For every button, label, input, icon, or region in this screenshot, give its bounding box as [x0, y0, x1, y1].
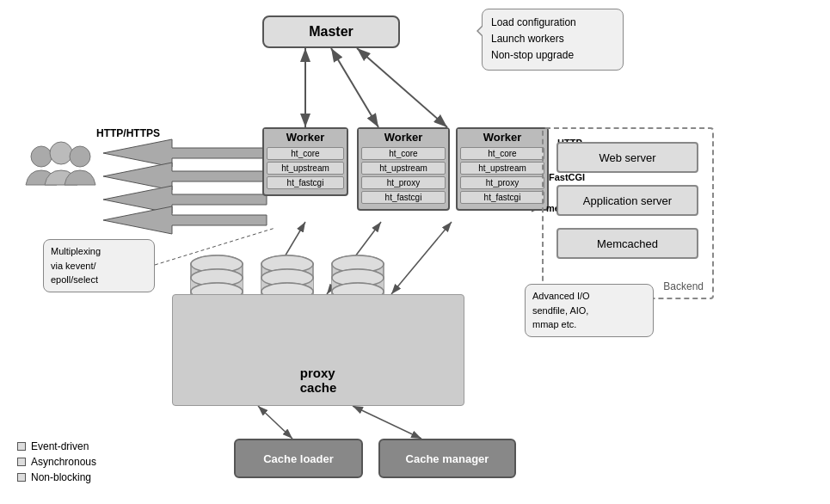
users-icon	[24, 138, 97, 209]
svg-marker-8	[103, 186, 267, 213]
svg-marker-7	[103, 163, 267, 190]
proxy-cache-label: proxycache	[300, 366, 337, 395]
svg-marker-9	[103, 206, 267, 234]
bubble-line1: Load configuration	[491, 16, 576, 28]
svg-line-4	[331, 48, 378, 127]
multi-line3: epoll/select	[51, 274, 98, 285]
aio-line3: mmap etc.	[532, 319, 576, 329]
svg-marker-6	[103, 139, 267, 167]
legend-square-1	[17, 442, 26, 451]
multi-line2: via kevent/	[51, 261, 96, 271]
svg-line-17	[353, 406, 421, 439]
aio-bubble: Advanced I/O sendfile, AIO, mmap etc.	[525, 284, 654, 337]
backend-appserver: Application server	[556, 185, 698, 216]
worker3-box: Worker ht_core ht_upstream ht_proxy ht_f…	[456, 127, 549, 211]
bubble-line2: Launch workers	[491, 33, 564, 45]
worker1-module-core: ht_core	[267, 147, 344, 160]
backend-box: Web server Application server Memcached …	[542, 127, 714, 299]
worker2-module-core: ht_core	[361, 147, 446, 160]
svg-point-21	[70, 146, 90, 167]
svg-point-19	[31, 146, 52, 167]
legend-item-3: Non-blocking	[17, 471, 96, 483]
worker3-title: Worker	[458, 129, 547, 145]
legend-square-3	[17, 473, 26, 482]
master-bubble: Load configuration Launch workers Non-st…	[482, 9, 624, 71]
legend: Event-driven Asynchronous Non-blocking	[17, 440, 96, 487]
backend-memcached: Memcached	[556, 228, 698, 259]
backend-label: Backend	[663, 280, 704, 292]
aio-line2: sendfile, AIO,	[532, 305, 588, 316]
svg-point-20	[50, 142, 72, 164]
worker1-module-upstream: ht_upstream	[267, 162, 344, 175]
worker1-title: Worker	[264, 129, 347, 145]
multi-line1: Multiplexing	[51, 246, 101, 256]
bubble-line3: Non-stop upgrade	[491, 49, 574, 61]
legend-square-2	[17, 458, 26, 466]
legend-item-2: Asynchronous	[17, 456, 96, 468]
worker3-module-fastcgi: ht_fastcgi	[460, 191, 544, 204]
proxy-cache-box: proxycache	[172, 294, 464, 406]
worker2-box: Worker ht_core ht_upstream ht_proxy ht_f…	[357, 127, 450, 211]
http-https-label: HTTP/HTTPS	[96, 127, 160, 139]
worker2-title: Worker	[359, 129, 448, 145]
worker3-module-core: ht_core	[460, 147, 544, 160]
aio-line1: Advanced I/O	[532, 291, 590, 301]
cache-loader-button: Cache loader	[234, 439, 363, 478]
multiplexing-bubble: Multiplexing via kevent/ epoll/select	[43, 239, 155, 292]
worker3-module-upstream: ht_upstream	[460, 162, 544, 175]
worker2-module-proxy: ht_proxy	[361, 176, 446, 189]
backend-webserver: Web server	[556, 142, 698, 173]
worker1-module-fastcgi: ht_fastcgi	[267, 176, 344, 189]
svg-line-5	[357, 48, 447, 127]
master-box: Master	[262, 15, 400, 48]
worker1-box: Worker ht_core ht_upstream ht_fastcgi	[262, 127, 348, 196]
worker2-module-upstream: ht_upstream	[361, 162, 446, 175]
master-label: Master	[309, 24, 354, 40]
worker3-module-proxy: ht_proxy	[460, 176, 544, 189]
svg-line-12	[391, 222, 452, 294]
legend-item-1: Event-driven	[17, 440, 96, 452]
svg-line-16	[258, 406, 292, 439]
cache-manager-button: Cache manager	[378, 439, 516, 478]
worker2-module-fastcgi: ht_fastcgi	[361, 191, 446, 204]
diagram-container: Master Load configuration Launch workers…	[0, 0, 830, 504]
